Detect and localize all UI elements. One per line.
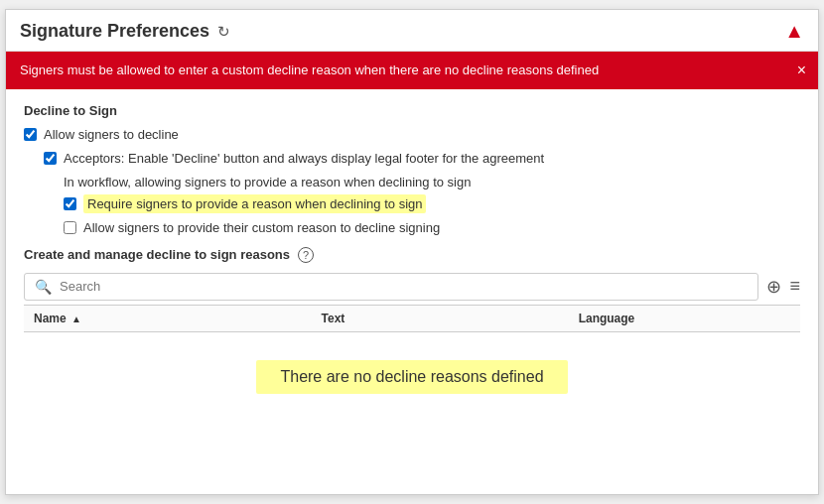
- section-decline-title: Decline to Sign: [24, 103, 800, 118]
- allow-custom-reason-row: Allow signers to provide their custom re…: [64, 219, 800, 237]
- col-text-header[interactable]: Text: [322, 312, 579, 325]
- acceptors-row: Acceptors: Enable 'Decline' button and a…: [44, 150, 800, 168]
- warning-icon: ▲: [784, 20, 804, 43]
- alert-close-button[interactable]: ×: [797, 62, 806, 79]
- search-actions: ⊕ ≡: [766, 276, 800, 298]
- col-lang-header[interactable]: Language: [579, 312, 790, 325]
- search-row-wrapper: 🔍 ⊕ ≡: [24, 273, 800, 301]
- require-reason-label: Require signers to provide a reason when…: [83, 195, 426, 213]
- alert-message: Signers must be allowed to enter a custo…: [20, 63, 599, 77]
- search-bar: 🔍: [24, 273, 758, 301]
- main-panel: Signature Preferences ↻ ▲ Signers must b…: [5, 9, 819, 495]
- create-manage-label: Create and manage decline to sign reason…: [24, 247, 290, 262]
- acceptors-label: Acceptors: Enable 'Decline' button and a…: [64, 150, 544, 168]
- search-icon: 🔍: [35, 279, 52, 295]
- refresh-icon[interactable]: ↻: [217, 23, 230, 41]
- content-area: Decline to Sign Allow signers to decline…: [6, 89, 818, 428]
- allow-signers-checkbox[interactable]: [24, 128, 37, 141]
- empty-message-text: There are no decline reasons defined: [256, 360, 567, 394]
- add-button[interactable]: ⊕: [766, 276, 781, 298]
- allow-custom-reason-label: Allow signers to provide their custom re…: [83, 219, 440, 237]
- workflow-label: In workflow, allowing signers to provide…: [64, 175, 800, 189]
- menu-button[interactable]: ≡: [789, 276, 800, 297]
- allow-signers-row: Allow signers to decline: [24, 126, 800, 144]
- col-name-header[interactable]: Name ▲: [34, 312, 322, 325]
- alert-banner: Signers must be allowed to enter a custo…: [6, 52, 818, 89]
- require-reason-row: Require signers to provide a reason when…: [64, 195, 800, 213]
- allow-custom-reason-checkbox[interactable]: [64, 221, 76, 234]
- acceptors-checkbox[interactable]: [44, 152, 57, 165]
- panel-header: Signature Preferences ↻ ▲: [6, 10, 818, 52]
- header-title-row: Signature Preferences ↻: [20, 21, 230, 42]
- create-manage-row: Create and manage decline to sign reason…: [24, 247, 800, 263]
- allow-signers-label: Allow signers to decline: [44, 126, 179, 144]
- page-title: Signature Preferences: [20, 21, 209, 42]
- help-icon[interactable]: ?: [298, 247, 314, 263]
- require-reason-checkbox[interactable]: [64, 197, 76, 210]
- search-input[interactable]: [60, 279, 748, 294]
- require-reason-highlight: Require signers to provide a reason when…: [83, 194, 426, 213]
- table-header: Name ▲ Text Language: [24, 305, 800, 332]
- empty-message-area: There are no decline reasons defined: [24, 332, 800, 414]
